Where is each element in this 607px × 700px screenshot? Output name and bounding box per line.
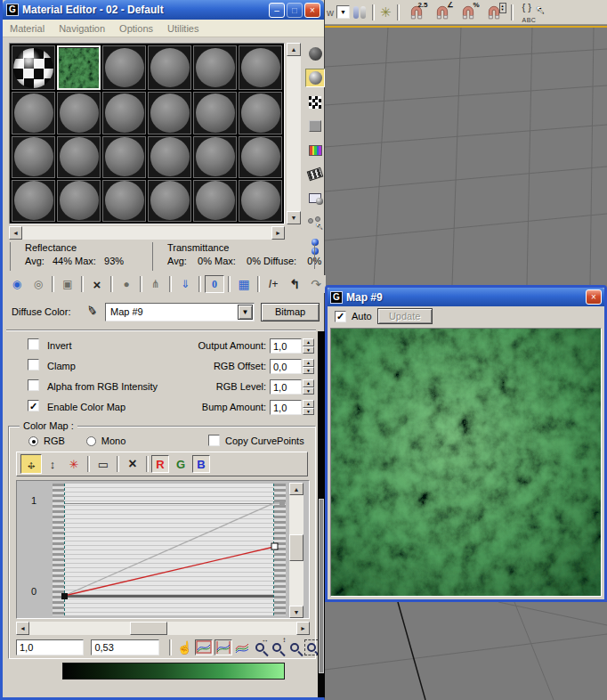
sample-slot[interactable] [239,180,282,222]
selected-point[interactable] [271,543,278,549]
output-amount-field[interactable]: 1,0 [270,338,302,354]
maximize-button[interactable]: □ [287,3,303,18]
reset-map-icon[interactable]: × [87,275,107,293]
blue-channel-button[interactable]: B [192,455,210,473]
copy-curvepoints-checkbox[interactable] [208,435,220,446]
make-preview-icon[interactable] [305,165,325,183]
sample-slot[interactable] [193,136,237,178]
curve-horizontal-scrollbar[interactable]: ◄ ► [16,622,310,635]
point-y-field[interactable]: 0,53 [91,639,158,655]
sample-slot[interactable] [239,136,282,178]
rgb-level-field[interactable]: 1,0 [270,379,302,395]
zoom-extents-icon[interactable] [234,639,250,655]
sample-slot[interactable] [148,136,191,178]
sample-slot[interactable] [102,180,146,222]
zoom-value-extents-icon[interactable] [214,639,232,655]
scroll-track[interactable] [22,226,271,240]
add-point-icon[interactable]: ✳ [63,454,85,474]
map9-titlebar[interactable]: G Map #9 × [328,288,604,306]
delete-point-icon[interactable]: ▭ [93,454,114,474]
mono-radio[interactable] [86,436,96,446]
scroll-thumb[interactable] [289,534,304,561]
rgb-level-spinner[interactable]: ▲▼ [303,379,314,395]
snap-toggle-icon[interactable]: 2.5 [405,2,428,23]
sample-slot[interactable] [193,180,237,222]
angle-snap-icon[interactable]: ∠ [431,2,454,23]
scale-point-icon[interactable]: ↕ [42,454,63,474]
invert-checkbox[interactable] [28,338,39,350]
point-x-field[interactable]: 1,0 [16,639,84,655]
show-end-result-icon[interactable]: I+ [263,275,283,293]
sample-slot[interactable] [239,92,282,134]
scroll-left-button[interactable]: ◄ [9,226,22,240]
sample-slot[interactable] [193,45,237,90]
sample-type-icon[interactable] [305,45,325,63]
sample-slot[interactable] [102,45,146,90]
show-map-in-viewport-icon[interactable]: ▦ [234,275,254,293]
close-button[interactable]: × [304,3,320,18]
zoom-region-icon[interactable] [304,639,319,655]
alpha-from-rgb-checkbox[interactable] [28,379,39,391]
palette-horizontal-scrollbar[interactable]: ◄ ► [9,226,285,240]
backlight-icon[interactable] [305,69,325,87]
sample-slot[interactable] [148,45,191,90]
pan-icon[interactable]: ☝ [176,639,193,656]
named-selection-sets-icon[interactable]: { } ABC ↖ [519,2,546,23]
go-to-parent-icon[interactable]: ↰ [285,275,304,293]
sample-slot[interactable] [57,136,101,178]
make-material-copy-icon[interactable]: ● [117,275,136,293]
sample-slot[interactable] [102,136,146,178]
sample-slot[interactable] [148,180,191,222]
scroll-thumb[interactable] [130,622,167,635]
scroll-right-button[interactable]: ► [271,226,285,240]
make-unique-icon[interactable]: ⋔ [146,275,166,293]
put-material-to-scene-icon[interactable]: ◎ [28,275,48,293]
rgb-offset-field[interactable]: 0,0 [270,359,302,374]
scroll-track[interactable] [287,56,301,211]
put-to-library-icon[interactable]: ⇓ [175,275,195,293]
assign-material-to-selection-icon[interactable]: ▣ [58,275,77,293]
sample-slot[interactable] [12,45,55,90]
sample-slot[interactable] [12,136,55,178]
sample-slot[interactable] [239,45,282,90]
zoom-vertical-icon[interactable]: ↕ [270,639,286,656]
combo-dropdown-button[interactable]: ▼ [238,305,253,320]
map9-close-button[interactable]: × [586,289,602,305]
scroll-right-button[interactable]: ► [296,622,310,635]
update-button[interactable]: Update [377,308,433,324]
red-channel-button[interactable]: R [151,455,169,473]
video-color-check-icon[interactable] [305,141,325,159]
enable-color-map-checkbox[interactable]: ✓ [28,400,39,411]
minimize-button[interactable]: – [269,3,285,18]
scroll-thumb[interactable] [319,499,324,673]
zoom-icon[interactable] [287,639,303,656]
sample-slot[interactable] [57,180,101,222]
menu-navigation[interactable]: Navigation [59,23,105,34]
spinner-snap-icon[interactable]: ▲▼ [482,2,506,23]
material-id-channel-icon[interactable]: 0 [205,275,224,293]
start-point[interactable] [61,593,68,599]
bump-amount-field[interactable]: 1,0 [270,400,302,415]
map-type-button[interactable]: Bitmap [261,303,320,322]
sample-slot[interactable] [57,92,101,134]
material-editor-options-icon[interactable] [305,189,325,208]
scroll-down-button[interactable]: ▼ [289,606,304,618]
rgb-offset-spinner[interactable]: ▲▼ [303,359,314,374]
scroll-left-button[interactable]: ◄ [16,622,29,635]
get-material-icon[interactable]: ◉ [7,275,27,293]
sample-slot-active[interactable] [57,45,101,90]
curve-vertical-scrollbar[interactable]: ▲ ▼ [289,483,304,618]
green-channel-button[interactable]: G [172,455,190,473]
zoom-horizontal-extents-icon[interactable] [195,639,213,655]
sample-uv-tiling-icon[interactable] [305,117,325,135]
sample-slot[interactable] [148,92,191,134]
percent-snap-icon[interactable]: % [457,2,480,23]
reset-curves-icon[interactable]: × [122,454,143,474]
palette-vertical-scrollbar[interactable]: ▲ ▼ [287,43,301,224]
menu-utilities[interactable]: Utilities [167,23,198,34]
output-amount-spinner[interactable]: ▲▼ [303,338,314,354]
scroll-up-button[interactable]: ▲ [287,43,301,56]
sample-slot[interactable] [102,92,146,134]
sample-slot[interactable] [12,180,55,222]
material-editor-titlebar[interactable]: G Material Editor - 02 - Default – □ × [3,0,324,20]
